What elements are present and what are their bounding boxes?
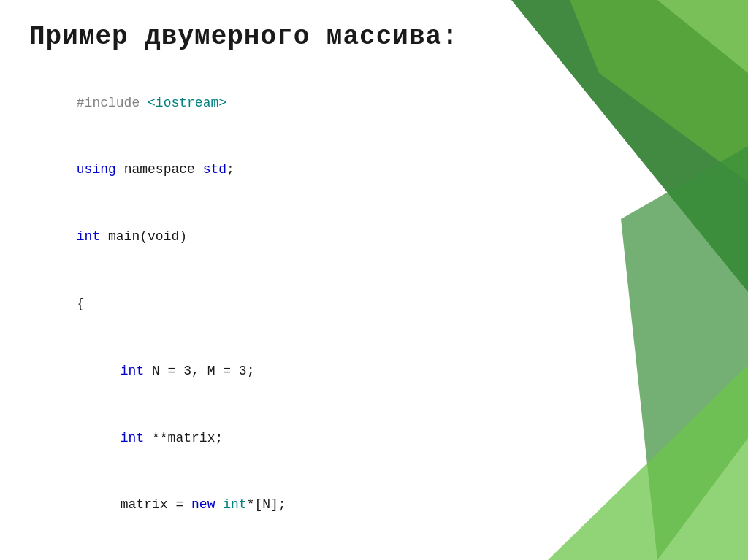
code-line-5: int N = 3, M = 3; [29, 337, 719, 404]
code-include: #include [77, 96, 148, 110]
code-ns-text: namespace [116, 162, 203, 177]
code-line-3: int main(void) [29, 204, 719, 271]
code-std: std [203, 162, 226, 177]
code-line-1: #include <iostream> [29, 69, 719, 137]
slide-content: Пример двумерного массива: #include <ios… [0, 0, 748, 560]
code-semi-1: ; [226, 162, 234, 177]
code-block: #include <iostream> using namespace std;… [29, 69, 719, 560]
code-int-main: int [77, 229, 100, 244]
code-new-1: new [191, 497, 215, 512]
code-matrix-assign1: matrix = [121, 497, 191, 512]
code-brace-open: { [77, 296, 85, 311]
code-line-4: { [29, 270, 719, 337]
slide-title: Пример двумерного массива: [29, 22, 719, 52]
code-int-2: int [121, 431, 144, 445]
code-using: using [77, 162, 116, 177]
code-line-6: int **matrix; [29, 404, 719, 472]
code-line-7: matrix = new int*[N]; [29, 472, 719, 539]
code-int-ptr: int [223, 497, 246, 512]
code-ptr-n: *[N]; [247, 497, 286, 512]
code-iostream: <iostream> [148, 96, 226, 110]
code-intp [215, 497, 223, 512]
code-nm: N = 3, M = 3; [144, 364, 254, 378]
code-main-text: main(void) [100, 229, 187, 244]
code-int-1: int [121, 364, 144, 378]
code-line-8: for (int i = 0; i < N; i++) [29, 538, 719, 560]
code-matrix-decl: **matrix; [144, 431, 223, 445]
code-line-2: using namespace std; [29, 137, 719, 204]
